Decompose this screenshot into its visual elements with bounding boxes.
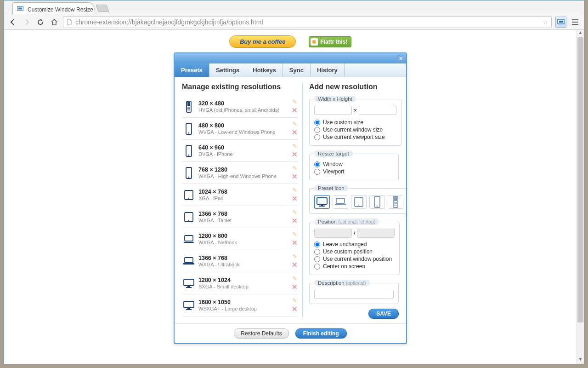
resize-legend: Resize target: [314, 150, 353, 157]
svg-point-8: [189, 107, 190, 108]
vertical-scrollbar[interactable]: ▲ ▼: [577, 30, 584, 364]
scroll-down-icon[interactable]: ▼: [577, 356, 584, 364]
preset-icon-smartphone[interactable]: [369, 195, 385, 209]
resize-target-group: Resize target Window Viewport: [309, 150, 399, 180]
size-option[interactable]: Use current viewport size: [314, 133, 396, 141]
preset-icon-desktop[interactable]: [314, 195, 330, 209]
new-tab-button[interactable]: [96, 5, 109, 12]
edit-icon[interactable]: ✎: [292, 98, 297, 105]
resolution-row: 1280 × 1024SXGA - Small desktop✎✕: [182, 272, 298, 294]
delete-icon[interactable]: ✕: [292, 172, 298, 181]
delete-icon[interactable]: ✕: [292, 195, 298, 203]
resolution-list: 320 × 480HVGA (old iPhones, small Androi…: [182, 96, 298, 316]
resize-option[interactable]: Viewport: [314, 168, 394, 175]
back-button[interactable]: [8, 17, 18, 27]
home-button[interactable]: [49, 17, 59, 27]
pos-legend: Position (optional: left/top): [314, 218, 379, 225]
width-input[interactable]: [314, 106, 352, 115]
description-input[interactable]: [314, 290, 394, 299]
save-button[interactable]: SAVE: [368, 309, 399, 319]
size-radio[interactable]: [314, 134, 320, 140]
svg-point-42: [377, 206, 378, 207]
restore-defaults-button[interactable]: Restore Defaults: [234, 328, 288, 339]
position-radio[interactable]: [314, 264, 320, 270]
address-bar[interactable]: chrome-extension://bjakagclnejaocjfdgmkg…: [63, 16, 552, 28]
preset-icon-tablet[interactable]: [351, 195, 367, 209]
delete-icon[interactable]: ✕: [292, 261, 298, 269]
preset-icon-feature-phone[interactable]: [388, 195, 403, 209]
netbook-icon: [182, 235, 196, 244]
svg-point-40: [358, 205, 359, 206]
preset-icon-group: Preset icon: [309, 185, 407, 214]
reload-button[interactable]: [35, 17, 45, 27]
flattr-icon: ◉: [311, 38, 318, 46]
position-option[interactable]: Use current window position: [314, 255, 395, 263]
height-input[interactable]: [359, 106, 396, 115]
tab-settings[interactable]: Settings: [209, 63, 246, 77]
edit-icon[interactable]: ✎: [292, 297, 297, 304]
tablet-icon: [353, 196, 364, 207]
edit-icon[interactable]: ✎: [292, 187, 297, 194]
resolution-name: 320 × 480: [198, 100, 292, 107]
svg-rect-38: [335, 204, 346, 205]
icon-legend: Preset icon: [314, 185, 348, 191]
resize-radio[interactable]: [314, 161, 320, 167]
position-option[interactable]: Leave unchanged: [314, 241, 395, 248]
resolution-desc: SXGA - Small desktop: [198, 284, 292, 289]
tab-history[interactable]: History: [311, 63, 345, 77]
edit-icon[interactable]: ✎: [292, 165, 297, 172]
position-radio[interactable]: [314, 256, 320, 262]
scroll-up-icon[interactable]: ▲: [577, 30, 584, 37]
size-option[interactable]: Use custom size: [314, 119, 396, 126]
panel-close-icon[interactable]: ✕: [397, 55, 404, 62]
resize-radio[interactable]: [314, 169, 320, 175]
chrome-menu-icon[interactable]: [570, 17, 580, 27]
edit-icon[interactable]: ✎: [292, 253, 297, 260]
delete-icon[interactable]: ✕: [292, 239, 298, 247]
forward-button[interactable]: [22, 17, 32, 27]
finish-editing-button[interactable]: Finish editing: [295, 328, 347, 339]
resolution-name: 1024 × 768: [198, 189, 292, 195]
bookmark-star-icon[interactable]: ☆: [543, 18, 548, 26]
delete-icon[interactable]: ✕: [292, 305, 298, 313]
svg-rect-37: [336, 198, 345, 203]
svg-point-51: [394, 205, 395, 206]
position-radio[interactable]: [314, 242, 320, 247]
delete-icon[interactable]: ✕: [292, 150, 298, 159]
edit-icon[interactable]: ✎: [292, 143, 297, 150]
svg-point-16: [188, 132, 190, 133]
edit-icon[interactable]: ✎: [292, 275, 297, 282]
size-option[interactable]: Use current window size: [314, 126, 396, 133]
pos-left-input[interactable]: [314, 229, 352, 238]
edit-icon[interactable]: ✎: [292, 121, 297, 127]
scroll-thumb[interactable]: [577, 37, 583, 322]
position-radio[interactable]: [314, 249, 320, 255]
wh-separator: ×: [354, 107, 357, 114]
pos-top-input[interactable]: [357, 229, 395, 238]
delete-icon[interactable]: ✕: [292, 106, 298, 115]
svg-rect-35: [321, 205, 323, 206]
flattr-button[interactable]: ◉ Flattr this!: [309, 36, 351, 47]
preset-icon-laptop[interactable]: [333, 195, 348, 209]
extension-icon[interactable]: [555, 17, 566, 28]
edit-icon[interactable]: ✎: [292, 209, 297, 216]
size-radio[interactable]: [314, 127, 320, 133]
size-radio[interactable]: [314, 120, 320, 126]
resize-option[interactable]: Window: [314, 161, 394, 168]
buy-coffee-button[interactable]: Buy me a coffee: [229, 35, 296, 48]
delete-icon[interactable]: ✕: [292, 128, 298, 137]
resolution-name: 588 × 368: [198, 233, 292, 239]
tab-hotkeys[interactable]: Hotkeys: [246, 63, 283, 77]
tab-sync[interactable]: Sync: [283, 63, 311, 77]
delete-icon[interactable]: ✕: [292, 283, 298, 291]
tab-presets[interactable]: Presets: [175, 63, 209, 77]
resolution-name: 1366 × 768: [198, 211, 292, 217]
position-option[interactable]: Center on screen: [314, 263, 395, 270]
position-option[interactable]: Use custom position: [314, 248, 395, 255]
edit-icon[interactable]: ✎: [292, 231, 297, 238]
description-group: Description (optional): [309, 280, 399, 304]
browser-tab[interactable]: Customize Window Resize ×: [12, 2, 95, 14]
delete-icon[interactable]: ✕: [292, 217, 298, 225]
svg-rect-3: [559, 21, 563, 23]
tab-close-icon[interactable]: ×: [87, 6, 91, 12]
